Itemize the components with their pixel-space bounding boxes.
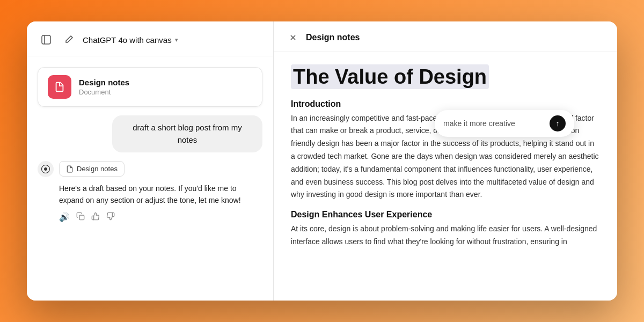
left-header: ChatGPT 4o with canvas ▾ [27, 21, 273, 56]
blog-title: The Value of Design [291, 64, 489, 89]
ai-response: Design notes Here's a draft based on you… [38, 161, 262, 223]
section1-text: At its core, design is about problem-sol… [291, 223, 600, 248]
left-panel: ChatGPT 4o with canvas ▾ Design notes Do… [27, 21, 274, 301]
document-card[interactable]: Design notes Document [38, 67, 262, 107]
blog-title-container: The Value of Design [291, 65, 600, 90]
model-selector[interactable]: ChatGPT 4o with canvas ▾ [83, 35, 178, 45]
right-header: Design notes [274, 21, 617, 52]
edit-button[interactable] [60, 31, 77, 48]
inline-input-placeholder[interactable]: make it more creative [443, 119, 544, 128]
ai-row: Design notes [38, 161, 262, 177]
thumbs-down-icon[interactable] [106, 212, 115, 223]
svg-rect-0 [42, 35, 50, 44]
inline-send-button[interactable]: ↑ [550, 115, 566, 131]
model-name: ChatGPT 4o with canvas [83, 35, 172, 45]
document-subtitle: Document [79, 88, 129, 96]
feedback-icons: 🔊 [38, 212, 262, 223]
document-title: Design notes [79, 78, 129, 87]
left-content: Design notes Document draft a short blog… [27, 56, 273, 301]
inline-input-box: make it more creative ↑ [435, 110, 574, 137]
copy-icon[interactable] [76, 212, 85, 223]
document-info: Design notes Document [79, 78, 129, 96]
app-window: ChatGPT 4o with canvas ▾ Design notes Do… [27, 21, 617, 301]
user-message-bubble: draft a short blog post from my notes [112, 115, 262, 152]
intro-heading: Introduction [291, 99, 600, 109]
thumbs-up-icon[interactable] [91, 212, 100, 223]
document-icon [48, 75, 71, 99]
close-button[interactable] [287, 31, 299, 44]
right-panel-title: Design notes [306, 33, 360, 42]
right-content: The Value of Design make it more creativ… [274, 52, 617, 301]
ai-response-text: Here's a draft based on your notes. If y… [38, 182, 262, 207]
right-panel: Design notes The Value of Design make it… [274, 21, 617, 301]
sidebar-toggle-button[interactable] [38, 31, 55, 48]
ai-doc-badge[interactable]: Design notes [59, 161, 125, 177]
audio-icon[interactable]: 🔊 [59, 212, 70, 222]
svg-rect-2 [79, 215, 84, 220]
ai-avatar [38, 161, 54, 177]
chevron-down-icon: ▾ [175, 36, 178, 43]
section1-heading: Design Enhances User Experience [291, 210, 600, 219]
